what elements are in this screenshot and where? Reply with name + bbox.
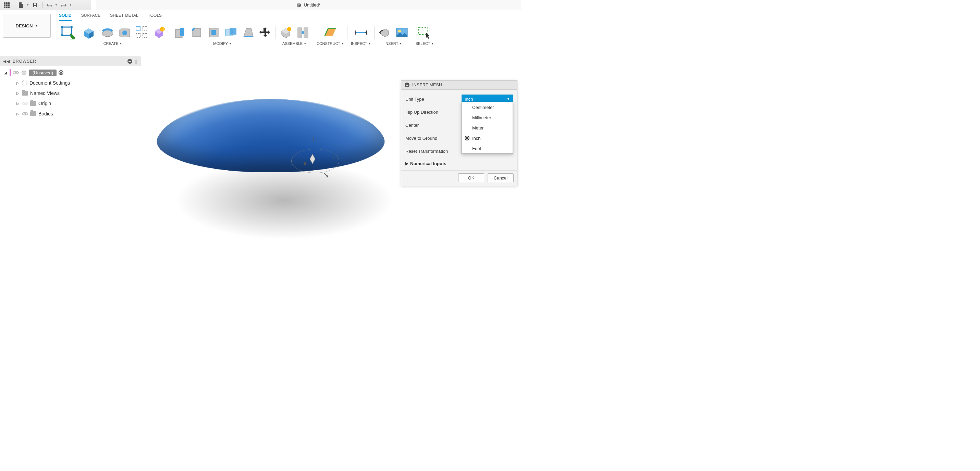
insert-derive-button[interactable]: [378, 26, 391, 40]
tab-solid[interactable]: SOLID: [59, 13, 72, 21]
select-value: Inch: [465, 97, 473, 102]
gizmo-arrow-diag-icon[interactable]: ↘: [323, 170, 329, 180]
combine-button[interactable]: [224, 26, 238, 40]
group-create-label[interactable]: CREATE▼: [103, 41, 123, 46]
svg-point-30: [287, 27, 291, 31]
active-component-bar-icon: [10, 69, 11, 76]
move-gizmo[interactable]: ↑ → ↘: [291, 137, 339, 185]
file-menu-chevron-icon[interactable]: ▼: [26, 3, 29, 6]
svg-rect-4: [6, 5, 8, 6]
activate-component-icon[interactable]: [59, 70, 64, 75]
draft-button[interactable]: [241, 26, 255, 40]
numerical-inputs-section[interactable]: ▶ Numerical Inputs: [406, 158, 513, 169]
svg-rect-29: [229, 28, 236, 35]
collapse-panel-icon[interactable]: ◀◀: [3, 59, 10, 64]
tree-item-origin[interactable]: ▷ Origin: [2, 98, 138, 108]
browser-tree: ◢ (Unsaved) ▷ Document Settings ▷ Named …: [0, 66, 140, 120]
joint-button[interactable]: [296, 26, 310, 40]
tab-sheet-metal[interactable]: SHEET METAL: [110, 13, 138, 21]
dialog-header[interactable]: – INSERT MESH: [401, 81, 517, 90]
gizmo-arrow-right-icon[interactable]: →: [328, 153, 336, 162]
save-button[interactable]: [30, 1, 40, 9]
new-component-button[interactable]: [279, 26, 293, 40]
twisty-closed-icon[interactable]: ▷: [16, 91, 20, 95]
group-modify-label[interactable]: MODIFY▼: [213, 41, 232, 46]
tree-item-bodies[interactable]: ▷ Bodies: [2, 108, 138, 119]
group-create: CREATE▼: [56, 24, 169, 46]
unit-option-inch[interactable]: Inch: [462, 133, 512, 143]
measure-button[interactable]: [354, 26, 368, 40]
unit-option-meter[interactable]: Meter: [462, 123, 512, 133]
visibility-eye-icon[interactable]: [22, 102, 28, 105]
twisty-open-icon[interactable]: ◢: [3, 70, 8, 75]
unit-option-millimeter[interactable]: Millimeter: [462, 112, 512, 123]
insert-mesh-dialog: – INSERT MESH Unit Type Inch ▼ Flip Up D…: [401, 80, 517, 186]
undo-chevron-icon[interactable]: ▼: [55, 3, 57, 6]
svg-rect-22: [143, 33, 147, 38]
tree-item-label: Named Views: [30, 91, 60, 96]
panel-grip-icon[interactable]: ‖: [135, 59, 137, 64]
svg-rect-9: [34, 3, 36, 5]
svg-rect-5: [8, 5, 10, 6]
tab-tools[interactable]: TOOLS: [148, 13, 162, 21]
revolve-button[interactable]: [101, 26, 115, 40]
data-panel-button[interactable]: [2, 1, 12, 9]
move-copy-button[interactable]: [258, 26, 272, 40]
svg-rect-10: [34, 6, 36, 7]
section-label: Numerical Inputs: [410, 161, 446, 166]
unit-option-centimeter[interactable]: Centimeter: [462, 102, 512, 112]
group-construct-label[interactable]: CONSTRUCT▼: [317, 41, 344, 46]
unit-type-dropdown: Centimeter Millimeter Meter Inch Foot: [461, 102, 513, 154]
visibility-eye-icon[interactable]: [13, 71, 19, 74]
select-button[interactable]: [418, 26, 431, 40]
tree-item-named-views[interactable]: ▷ Named Views: [2, 88, 138, 98]
collapse-dialog-icon[interactable]: –: [405, 83, 409, 88]
twisty-closed-icon[interactable]: ▷: [16, 102, 20, 106]
twisty-closed-icon[interactable]: ▷: [16, 112, 20, 116]
mesh-body[interactable]: [142, 99, 399, 172]
svg-point-13: [71, 26, 73, 28]
svg-rect-6: [4, 6, 5, 8]
unit-option-foot[interactable]: Foot: [462, 143, 512, 153]
redo-button[interactable]: [59, 1, 68, 9]
workspace-switcher[interactable]: DESIGN ▼: [3, 14, 51, 38]
redo-chevron-icon[interactable]: ▼: [69, 3, 72, 6]
svg-point-35: [398, 30, 401, 33]
group-select: SELECT▼: [412, 24, 438, 46]
fillet-button[interactable]: [190, 26, 204, 40]
twisty-closed-icon[interactable]: ▷: [16, 81, 20, 85]
mesh-preview[interactable]: ↑ → ↘: [161, 72, 394, 219]
minimize-circle-icon[interactable]: –: [127, 59, 132, 64]
visibility-eye-icon[interactable]: [22, 112, 28, 115]
tab-surface[interactable]: SURFACE: [81, 13, 101, 21]
workspace-label: DESIGN: [16, 23, 33, 29]
chevron-down-icon: ▼: [507, 97, 510, 101]
ok-button[interactable]: OK: [458, 173, 484, 182]
browser-header[interactable]: ◀◀ BROWSER – ‖: [0, 57, 140, 66]
new-sketch-button[interactable]: [60, 24, 77, 41]
offset-plane-button[interactable]: [323, 26, 337, 40]
undo-button[interactable]: [45, 1, 54, 9]
cancel-button[interactable]: Cancel: [488, 173, 514, 182]
rectangular-pattern-button[interactable]: [135, 26, 149, 40]
dialog-title: INSERT MESH: [412, 83, 442, 88]
svg-rect-0: [4, 2, 5, 4]
gizmo-arrow-up-icon[interactable]: ↑: [312, 134, 316, 143]
group-inspect-label[interactable]: INSPECT▼: [351, 41, 371, 46]
tree-root[interactable]: ◢ (Unsaved): [2, 67, 138, 78]
create-form-button[interactable]: [152, 26, 166, 40]
press-pull-button[interactable]: [173, 26, 186, 40]
shell-button[interactable]: [207, 26, 221, 40]
insert-decal-button[interactable]: [395, 26, 409, 40]
group-assemble-label[interactable]: ASSEMBLE▼: [282, 41, 306, 46]
extrude-button[interactable]: [80, 24, 97, 41]
svg-rect-20: [143, 27, 147, 31]
group-insert-label[interactable]: INSERT▼: [385, 41, 402, 46]
file-menu-button[interactable]: [16, 1, 26, 9]
environment-tabs: SOLID SURFACE SHEET METAL TOOLS: [56, 10, 437, 22]
group-select-label[interactable]: SELECT▼: [416, 41, 434, 46]
tree-item-document-settings[interactable]: ▷ Document Settings: [2, 78, 138, 88]
gizmo-origin-icon[interactable]: [304, 162, 306, 165]
hole-button[interactable]: [118, 26, 132, 40]
folder-icon: [30, 111, 36, 116]
